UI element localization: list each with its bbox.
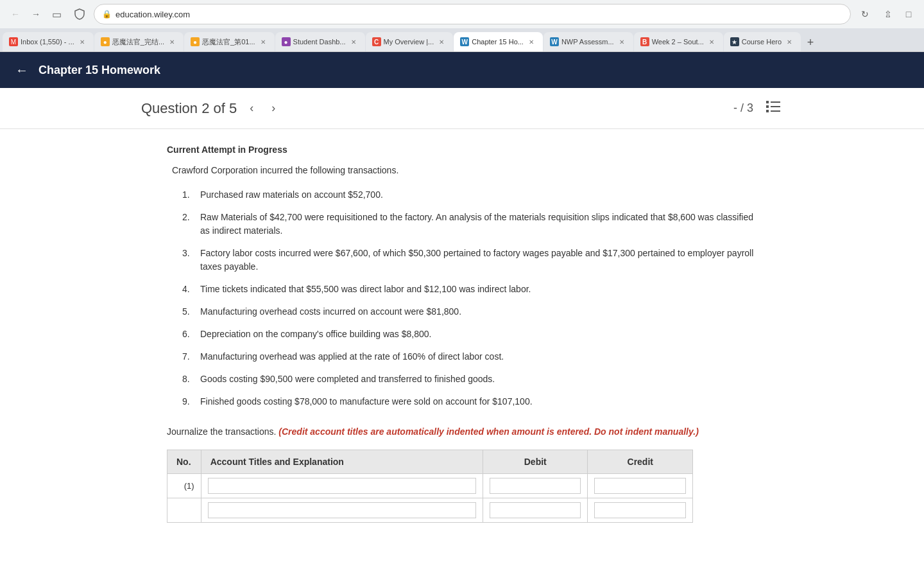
- refresh-button[interactable]: ↻: [856, 5, 874, 23]
- credit-cell-1: [588, 474, 693, 498]
- tab-chapter15[interactable]: W Chapter 15 Ho... ✕: [454, 32, 543, 51]
- list-item: 4. Time tickets indicated that $55,500 w…: [182, 283, 757, 296]
- journal-table: No. Account Titles and Explanation Debit…: [167, 450, 693, 523]
- list-item: 7. Manufacturing overhead was applied at…: [182, 350, 757, 363]
- list-item: 1. Purchased raw materials on account $5…: [182, 188, 757, 202]
- content-area: Current Attempt in Progress Crawford Cor…: [0, 129, 924, 538]
- prev-question-button[interactable]: ‹: [244, 99, 259, 118]
- shield-icon: [71, 5, 89, 23]
- tab-devils1[interactable]: ● 恶魔法官_完结... ✕: [94, 32, 184, 51]
- row-num-1: (1): [167, 474, 201, 498]
- forward-button[interactable]: →: [27, 5, 45, 23]
- tab-inbox[interactable]: M Inbox (1,550) - ... ✕: [3, 32, 94, 51]
- item-num-7: 7.: [182, 350, 200, 363]
- tab-nwp[interactable]: W NWP Assessm... ✕: [543, 32, 633, 51]
- header-back-button[interactable]: ←: [13, 60, 31, 80]
- share-button[interactable]: ⇫: [879, 5, 897, 23]
- item-text-7: Manufacturing overhead was applied at th…: [200, 350, 757, 363]
- tab-close-coursehero[interactable]: ✕: [784, 37, 794, 47]
- svg-rect-3: [771, 106, 780, 107]
- nav-buttons: ← → ▭: [6, 5, 65, 23]
- tab-week2[interactable]: B Week 2 – Sout... ✕: [634, 32, 723, 51]
- back-button[interactable]: ←: [6, 5, 24, 23]
- tab-close-week2[interactable]: ✕: [706, 37, 717, 47]
- lock-icon: 🔒: [102, 10, 112, 19]
- account-input-1[interactable]: [208, 478, 476, 494]
- svg-rect-4: [766, 110, 769, 112]
- tab-favicon-myoverview: C: [372, 37, 381, 46]
- new-tab-button[interactable]: +: [801, 33, 819, 51]
- account-cell-2: [201, 498, 483, 523]
- tab-devils2[interactable]: ● 恶魔法官_第01... ✕: [184, 32, 275, 51]
- tab-myoverview[interactable]: C My Overview |... ✕: [366, 32, 454, 51]
- svg-rect-2: [766, 105, 769, 108]
- item-num-4: 4.: [182, 283, 200, 296]
- item-text-3: Factory labor costs incurred were $67,60…: [200, 247, 757, 274]
- tabs-bar: M Inbox (1,550) - ... ✕ ● 恶魔法官_完结... ✕ ●…: [0, 28, 924, 51]
- tab-close-student[interactable]: ✕: [348, 37, 359, 47]
- item-text-4: Time tickets indicated that $55,500 was …: [200, 283, 757, 296]
- item-num-8: 8.: [182, 372, 200, 386]
- account-input-2[interactable]: [208, 502, 476, 518]
- tab-student[interactable]: ● Student Dashb... ✕: [275, 32, 365, 51]
- tab-favicon-inbox: M: [9, 37, 18, 46]
- address-bar[interactable]: 🔒 education.wiley.com: [94, 4, 851, 24]
- tab-label-nwp: NWP Assessm...: [561, 38, 614, 46]
- page-title: Chapter 15 Homework: [38, 64, 160, 77]
- item-text-8: Goods costing $90,500 were completed and…: [200, 372, 757, 386]
- debit-cell-1: [483, 474, 588, 498]
- tab-close-devils1[interactable]: ✕: [167, 37, 177, 47]
- list-item: 6. Depreciation on the company's office …: [182, 328, 757, 341]
- tab-close-devils2[interactable]: ✕: [258, 37, 268, 47]
- tab-favicon-nwp: W: [550, 37, 559, 46]
- journal-instructions: Journalize the transactions. (Credit acc…: [167, 426, 757, 437]
- tab-label-devils1: 恶魔法官_完结...: [112, 37, 164, 47]
- tab-overview-button[interactable]: ▭: [47, 5, 65, 23]
- account-cell-1: [201, 474, 483, 498]
- tab-label-chapter15: Chapter 15 Ho...: [472, 38, 524, 46]
- item-text-9: Finished goods costing $78,000 to manufa…: [200, 395, 757, 408]
- tab-label-student: Student Dashb...: [293, 38, 346, 46]
- col-header-credit: Credit: [588, 450, 693, 474]
- browser-chrome: ← → ▭ 🔒 education.wiley.com ↻ ⇫ □ M Inbo…: [0, 0, 924, 52]
- tab-close-nwp[interactable]: ✕: [617, 37, 627, 47]
- score-info: - / 3: [733, 98, 783, 118]
- debit-input-2[interactable]: [490, 502, 581, 518]
- svg-rect-0: [766, 101, 769, 103]
- list-item: 3. Factory labor costs incurred were $67…: [182, 247, 757, 274]
- browser-actions: ⇫ □: [879, 5, 918, 23]
- list-item: 8. Goods costing $90,500 were completed …: [182, 372, 757, 386]
- item-num-3: 3.: [182, 247, 200, 274]
- list-item: 5. Manufacturing overhead costs incurred…: [182, 305, 757, 319]
- question-nav: Question 2 of 5 ‹ › - / 3: [0, 88, 924, 129]
- list-icon-button[interactable]: [764, 98, 783, 118]
- svg-rect-1: [771, 101, 780, 103]
- tab-close-chapter15[interactable]: ✕: [526, 37, 536, 47]
- item-num-9: 9.: [182, 395, 200, 408]
- next-question-button[interactable]: ›: [266, 99, 280, 118]
- tab-close-inbox[interactable]: ✕: [77, 37, 87, 47]
- tab-label-week2: Week 2 – Sout...: [652, 38, 704, 46]
- credit-input-1[interactable]: [594, 478, 686, 494]
- item-text-5: Manufacturing overhead costs incurred on…: [200, 305, 757, 319]
- tab-favicon-chapter15: W: [460, 37, 469, 46]
- col-header-account: Account Titles and Explanation: [201, 450, 483, 474]
- table-row: [167, 498, 693, 523]
- table-row: (1): [167, 474, 693, 498]
- debit-input-1[interactable]: [490, 478, 581, 494]
- list-item: 9. Finished goods costing $78,000 to man…: [182, 395, 757, 408]
- credit-input-2[interactable]: [594, 502, 686, 518]
- tab-favicon-devils1: ●: [101, 37, 110, 46]
- journal-instructions-red: (Credit account titles are automatically…: [278, 426, 698, 437]
- list-item: 2. Raw Materials of $42,700 were requisi…: [182, 211, 757, 238]
- window-button[interactable]: □: [900, 5, 918, 23]
- item-num-1: 1.: [182, 188, 200, 202]
- score-text: - / 3: [733, 101, 753, 115]
- tab-label-inbox: Inbox (1,550) - ...: [21, 38, 74, 46]
- browser-toolbar: ← → ▭ 🔒 education.wiley.com ↻ ⇫ □: [0, 0, 924, 28]
- tab-coursehero[interactable]: ★ Course Hero ✕: [724, 32, 801, 51]
- tab-favicon-devils2: ●: [191, 37, 200, 46]
- svg-rect-5: [771, 110, 780, 112]
- tab-label-devils2: 恶魔法官_第01...: [202, 37, 255, 47]
- tab-close-myoverview[interactable]: ✕: [436, 37, 447, 47]
